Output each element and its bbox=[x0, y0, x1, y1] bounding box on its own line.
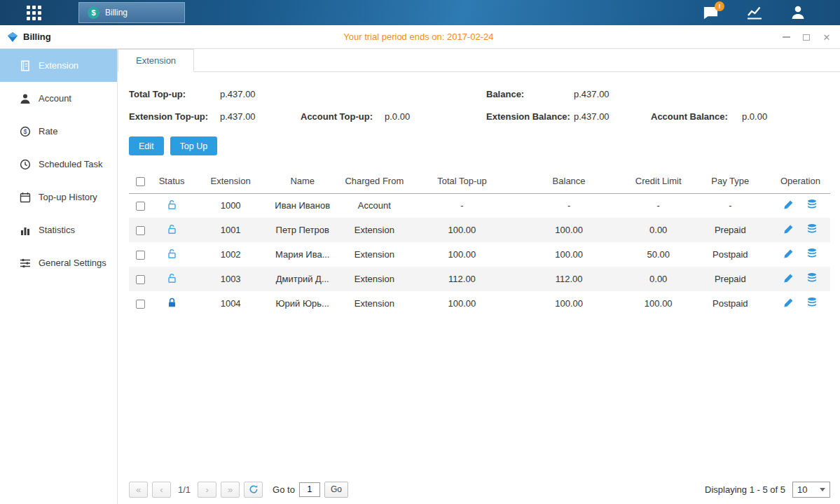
sidebar-item-account[interactable]: Account bbox=[0, 82, 117, 115]
action-buttons: Edit Top Up bbox=[129, 136, 830, 155]
messages-icon[interactable]: ! bbox=[702, 4, 719, 21]
last-page-button[interactable]: » bbox=[221, 482, 240, 498]
account-icon bbox=[20, 93, 31, 104]
unlock-icon bbox=[167, 248, 177, 261]
cell-charged-from: Extension bbox=[336, 291, 413, 316]
row-checkbox[interactable] bbox=[136, 226, 145, 235]
dollar-icon: $ bbox=[88, 7, 99, 19]
table-row: 1002 Мария Ива... Extension 100.00 100.0… bbox=[129, 242, 830, 267]
prev-page-button[interactable]: ‹ bbox=[152, 482, 171, 498]
sidebar-item-statistics[interactable]: Statistics bbox=[0, 214, 117, 246]
row-checkbox[interactable] bbox=[136, 300, 145, 309]
cell-pay-type: Prepaid bbox=[690, 267, 771, 291]
close-button[interactable]: ✕ bbox=[822, 32, 832, 42]
column-name: Name bbox=[269, 169, 336, 193]
cell-charged-from: Extension bbox=[336, 267, 413, 291]
cell-balance: - bbox=[511, 193, 627, 218]
billing-app-tab[interactable]: $ Billing bbox=[78, 2, 185, 23]
sidebar-item-rate[interactable]: $ Rate bbox=[0, 115, 117, 148]
sidebar-item-label: Top-up History bbox=[39, 192, 97, 202]
window-titlebar: Billing Your trial period ends on: 2017-… bbox=[0, 25, 840, 49]
cell-extension: 1000 bbox=[192, 193, 269, 218]
top-up-button[interactable]: Top Up bbox=[170, 136, 218, 155]
billing-logo-icon bbox=[7, 31, 18, 43]
cell-total-topup: 100.00 bbox=[413, 218, 511, 242]
app-launcher-icon[interactable] bbox=[27, 6, 46, 20]
next-page-button[interactable]: › bbox=[198, 482, 216, 498]
maximize-button[interactable] bbox=[801, 32, 811, 42]
top-up-row-icon[interactable] bbox=[806, 272, 818, 286]
extension-balance-label: Extension Balance: bbox=[486, 111, 574, 122]
cell-total-topup: - bbox=[413, 193, 511, 218]
sidebar-item-label: General Settings bbox=[39, 258, 106, 268]
column-status: Status bbox=[151, 169, 192, 193]
edit-row-icon[interactable] bbox=[783, 200, 794, 212]
lock-icon bbox=[167, 298, 177, 310]
sidebar-item-topup-history[interactable]: Top-up History bbox=[0, 181, 117, 214]
window-controls: ✕ bbox=[781, 25, 832, 49]
refresh-icon bbox=[249, 484, 259, 494]
tab-extension[interactable]: Extension bbox=[118, 49, 194, 72]
chevron-down-icon bbox=[820, 488, 825, 491]
edit-row-icon[interactable] bbox=[783, 273, 794, 286]
trial-notice: Your trial period ends on: 2017-02-24 bbox=[343, 31, 493, 42]
cell-name: Дмитрий Д... bbox=[269, 267, 336, 291]
refresh-button[interactable] bbox=[244, 482, 263, 498]
sidebar: Extension Account $ Rate Scheduled Task … bbox=[0, 49, 118, 504]
account-topup-label: Account Top-up: bbox=[301, 111, 385, 122]
sidebar-item-scheduled-task[interactable]: Scheduled Task bbox=[0, 148, 117, 181]
balance-value: p.437.00 bbox=[574, 89, 651, 99]
row-checkbox[interactable] bbox=[136, 251, 145, 260]
top-up-row-icon[interactable] bbox=[806, 248, 818, 261]
cell-pay-type: Postpaid bbox=[690, 291, 771, 316]
table-header-row: Status Extension Name Charged From Total… bbox=[129, 169, 830, 193]
cell-balance: 100.00 bbox=[511, 291, 627, 316]
top-up-row-icon[interactable] bbox=[806, 199, 818, 212]
cell-balance: 100.00 bbox=[511, 242, 627, 267]
go-button[interactable]: Go bbox=[324, 482, 348, 498]
goto-page-input[interactable] bbox=[299, 482, 320, 497]
row-checkbox[interactable] bbox=[136, 202, 145, 211]
cell-total-topup: 100.00 bbox=[413, 291, 511, 316]
sidebar-item-extension[interactable]: Extension bbox=[0, 49, 117, 82]
cell-total-topup: 112.00 bbox=[413, 267, 511, 291]
cell-credit-limit: - bbox=[627, 193, 690, 218]
row-checkbox[interactable] bbox=[136, 275, 145, 284]
edit-button[interactable]: Edit bbox=[129, 136, 164, 155]
table-row: 1003 Дмитрий Д... Extension 112.00 112.0… bbox=[129, 267, 830, 291]
minimize-icon bbox=[783, 36, 790, 38]
cell-name: Мария Ива... bbox=[269, 242, 336, 267]
cell-extension: 1004 bbox=[192, 291, 269, 316]
top-up-row-icon[interactable] bbox=[806, 297, 818, 310]
scheduled-task-icon bbox=[20, 159, 31, 170]
unlock-icon bbox=[167, 273, 177, 286]
minimize-button[interactable] bbox=[781, 32, 791, 42]
goto-label: Go to bbox=[273, 484, 295, 495]
edit-row-icon[interactable] bbox=[783, 248, 794, 261]
select-all-checkbox[interactable] bbox=[136, 177, 145, 186]
sidebar-item-general-settings[interactable]: General Settings bbox=[0, 246, 117, 279]
cell-name: Петр Петров bbox=[269, 218, 336, 242]
extension-table-body: 1000 Иван Иванов Account - - - - bbox=[129, 193, 830, 316]
sidebar-item-label: Account bbox=[39, 93, 71, 104]
first-page-button[interactable]: « bbox=[129, 482, 148, 498]
table-row: 1004 Юрий Юрь... Extension 100.00 100.00… bbox=[129, 291, 830, 316]
page-size-value: 10 bbox=[797, 484, 807, 495]
total-topup-value: p.437.00 bbox=[220, 89, 301, 99]
cell-credit-limit: 0.00 bbox=[627, 267, 690, 291]
extension-content: Total Top-up: p.437.00 Balance: p.437.00… bbox=[118, 89, 840, 316]
column-operation: Operation bbox=[771, 169, 830, 193]
topup-history-icon bbox=[20, 192, 31, 203]
statistics-icon bbox=[20, 225, 31, 236]
cell-credit-limit: 50.00 bbox=[627, 242, 690, 267]
column-charged-from: Charged From bbox=[336, 169, 413, 193]
user-icon[interactable] bbox=[789, 4, 806, 21]
top-up-row-icon[interactable] bbox=[806, 223, 818, 237]
reports-icon[interactable] bbox=[745, 4, 763, 21]
cell-name: Юрий Юрь... bbox=[269, 291, 336, 316]
edit-row-icon[interactable] bbox=[783, 298, 794, 310]
table-row: 1001 Петр Петров Extension 100.00 100.00… bbox=[129, 218, 830, 242]
edit-row-icon[interactable] bbox=[783, 224, 794, 237]
pagination-right: Displaying 1 - 5 of 5 10 bbox=[705, 482, 830, 498]
page-size-select[interactable]: 10 bbox=[792, 482, 830, 498]
